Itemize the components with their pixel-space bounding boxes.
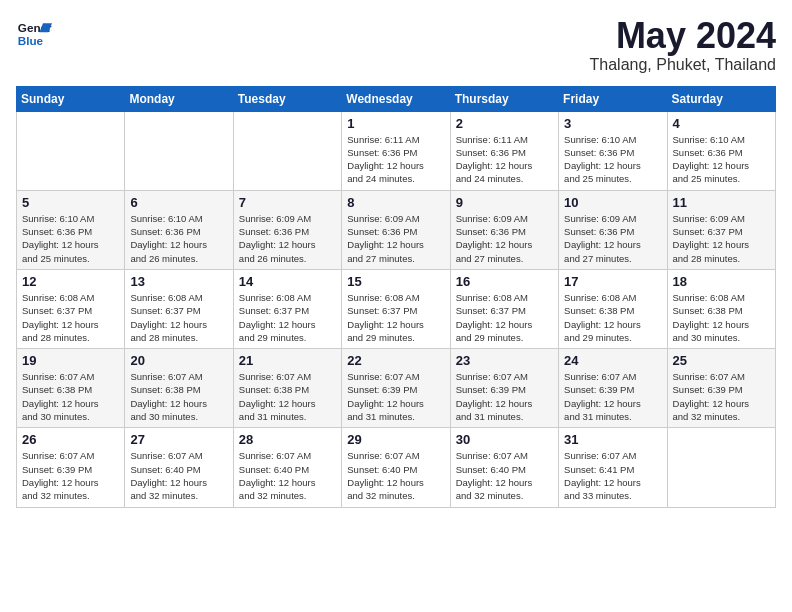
calendar-table: Sunday Monday Tuesday Wednesday Thursday… [16, 86, 776, 508]
table-row: 29Sunrise: 6:07 AM Sunset: 6:40 PM Dayli… [342, 428, 450, 507]
table-row: 14Sunrise: 6:08 AM Sunset: 6:37 PM Dayli… [233, 269, 341, 348]
day-number: 17 [564, 274, 661, 289]
day-info: Sunrise: 6:07 AM Sunset: 6:39 PM Dayligh… [564, 370, 661, 423]
day-info: Sunrise: 6:07 AM Sunset: 6:40 PM Dayligh… [456, 449, 553, 502]
table-row: 1Sunrise: 6:11 AM Sunset: 6:36 PM Daylig… [342, 111, 450, 190]
page-header: General Blue May 2024 Thalang, Phuket, T… [16, 16, 776, 74]
table-row: 11Sunrise: 6:09 AM Sunset: 6:37 PM Dayli… [667, 190, 775, 269]
day-info: Sunrise: 6:09 AM Sunset: 6:36 PM Dayligh… [347, 212, 444, 265]
table-row: 30Sunrise: 6:07 AM Sunset: 6:40 PM Dayli… [450, 428, 558, 507]
day-info: Sunrise: 6:07 AM Sunset: 6:39 PM Dayligh… [347, 370, 444, 423]
day-number: 23 [456, 353, 553, 368]
table-row: 27Sunrise: 6:07 AM Sunset: 6:40 PM Dayli… [125, 428, 233, 507]
day-info: Sunrise: 6:07 AM Sunset: 6:41 PM Dayligh… [564, 449, 661, 502]
day-info: Sunrise: 6:07 AM Sunset: 6:39 PM Dayligh… [22, 449, 119, 502]
day-number: 15 [347, 274, 444, 289]
day-info: Sunrise: 6:07 AM Sunset: 6:39 PM Dayligh… [456, 370, 553, 423]
table-row [233, 111, 341, 190]
table-row: 18Sunrise: 6:08 AM Sunset: 6:38 PM Dayli… [667, 269, 775, 348]
table-row: 2Sunrise: 6:11 AM Sunset: 6:36 PM Daylig… [450, 111, 558, 190]
day-info: Sunrise: 6:10 AM Sunset: 6:36 PM Dayligh… [564, 133, 661, 186]
day-number: 9 [456, 195, 553, 210]
day-number: 2 [456, 116, 553, 131]
header-monday: Monday [125, 86, 233, 111]
table-row: 4Sunrise: 6:10 AM Sunset: 6:36 PM Daylig… [667, 111, 775, 190]
day-number: 25 [673, 353, 770, 368]
day-number: 11 [673, 195, 770, 210]
day-number: 5 [22, 195, 119, 210]
calendar-week-row: 12Sunrise: 6:08 AM Sunset: 6:37 PM Dayli… [17, 269, 776, 348]
table-row: 25Sunrise: 6:07 AM Sunset: 6:39 PM Dayli… [667, 349, 775, 428]
day-number: 16 [456, 274, 553, 289]
day-number: 19 [22, 353, 119, 368]
day-info: Sunrise: 6:11 AM Sunset: 6:36 PM Dayligh… [347, 133, 444, 186]
table-row [125, 111, 233, 190]
day-number: 1 [347, 116, 444, 131]
day-number: 10 [564, 195, 661, 210]
table-row: 5Sunrise: 6:10 AM Sunset: 6:36 PM Daylig… [17, 190, 125, 269]
location-title: Thalang, Phuket, Thailand [590, 56, 777, 74]
day-number: 27 [130, 432, 227, 447]
table-row: 16Sunrise: 6:08 AM Sunset: 6:37 PM Dayli… [450, 269, 558, 348]
day-info: Sunrise: 6:08 AM Sunset: 6:38 PM Dayligh… [673, 291, 770, 344]
header-thursday: Thursday [450, 86, 558, 111]
table-row: 9Sunrise: 6:09 AM Sunset: 6:36 PM Daylig… [450, 190, 558, 269]
logo-icon: General Blue [16, 16, 52, 52]
table-row: 12Sunrise: 6:08 AM Sunset: 6:37 PM Dayli… [17, 269, 125, 348]
table-row [667, 428, 775, 507]
day-number: 20 [130, 353, 227, 368]
day-number: 14 [239, 274, 336, 289]
day-number: 30 [456, 432, 553, 447]
header-saturday: Saturday [667, 86, 775, 111]
day-info: Sunrise: 6:08 AM Sunset: 6:37 PM Dayligh… [130, 291, 227, 344]
day-number: 26 [22, 432, 119, 447]
table-row: 21Sunrise: 6:07 AM Sunset: 6:38 PM Dayli… [233, 349, 341, 428]
day-info: Sunrise: 6:07 AM Sunset: 6:40 PM Dayligh… [130, 449, 227, 502]
day-number: 29 [347, 432, 444, 447]
table-row [17, 111, 125, 190]
table-row: 31Sunrise: 6:07 AM Sunset: 6:41 PM Dayli… [559, 428, 667, 507]
day-info: Sunrise: 6:07 AM Sunset: 6:38 PM Dayligh… [239, 370, 336, 423]
day-number: 6 [130, 195, 227, 210]
table-row: 13Sunrise: 6:08 AM Sunset: 6:37 PM Dayli… [125, 269, 233, 348]
day-info: Sunrise: 6:11 AM Sunset: 6:36 PM Dayligh… [456, 133, 553, 186]
table-row: 22Sunrise: 6:07 AM Sunset: 6:39 PM Dayli… [342, 349, 450, 428]
month-title: May 2024 [590, 16, 777, 56]
table-row: 7Sunrise: 6:09 AM Sunset: 6:36 PM Daylig… [233, 190, 341, 269]
day-info: Sunrise: 6:08 AM Sunset: 6:37 PM Dayligh… [239, 291, 336, 344]
table-row: 24Sunrise: 6:07 AM Sunset: 6:39 PM Dayli… [559, 349, 667, 428]
day-info: Sunrise: 6:09 AM Sunset: 6:36 PM Dayligh… [564, 212, 661, 265]
header-friday: Friday [559, 86, 667, 111]
table-row: 15Sunrise: 6:08 AM Sunset: 6:37 PM Dayli… [342, 269, 450, 348]
day-number: 4 [673, 116, 770, 131]
day-number: 24 [564, 353, 661, 368]
day-info: Sunrise: 6:07 AM Sunset: 6:38 PM Dayligh… [22, 370, 119, 423]
day-number: 31 [564, 432, 661, 447]
table-row: 3Sunrise: 6:10 AM Sunset: 6:36 PM Daylig… [559, 111, 667, 190]
day-info: Sunrise: 6:10 AM Sunset: 6:36 PM Dayligh… [22, 212, 119, 265]
day-info: Sunrise: 6:09 AM Sunset: 6:36 PM Dayligh… [456, 212, 553, 265]
svg-text:Blue: Blue [18, 34, 44, 47]
day-info: Sunrise: 6:08 AM Sunset: 6:37 PM Dayligh… [22, 291, 119, 344]
day-info: Sunrise: 6:08 AM Sunset: 6:38 PM Dayligh… [564, 291, 661, 344]
header-sunday: Sunday [17, 86, 125, 111]
logo: General Blue [16, 16, 52, 52]
header-wednesday: Wednesday [342, 86, 450, 111]
table-row: 28Sunrise: 6:07 AM Sunset: 6:40 PM Dayli… [233, 428, 341, 507]
day-info: Sunrise: 6:09 AM Sunset: 6:37 PM Dayligh… [673, 212, 770, 265]
day-number: 12 [22, 274, 119, 289]
day-info: Sunrise: 6:07 AM Sunset: 6:40 PM Dayligh… [347, 449, 444, 502]
header-tuesday: Tuesday [233, 86, 341, 111]
table-row: 23Sunrise: 6:07 AM Sunset: 6:39 PM Dayli… [450, 349, 558, 428]
table-row: 19Sunrise: 6:07 AM Sunset: 6:38 PM Dayli… [17, 349, 125, 428]
table-row: 26Sunrise: 6:07 AM Sunset: 6:39 PM Dayli… [17, 428, 125, 507]
table-row: 8Sunrise: 6:09 AM Sunset: 6:36 PM Daylig… [342, 190, 450, 269]
day-info: Sunrise: 6:07 AM Sunset: 6:39 PM Dayligh… [673, 370, 770, 423]
calendar-week-row: 5Sunrise: 6:10 AM Sunset: 6:36 PM Daylig… [17, 190, 776, 269]
calendar-week-row: 26Sunrise: 6:07 AM Sunset: 6:39 PM Dayli… [17, 428, 776, 507]
day-number: 3 [564, 116, 661, 131]
day-number: 21 [239, 353, 336, 368]
weekday-header-row: Sunday Monday Tuesday Wednesday Thursday… [17, 86, 776, 111]
table-row: 20Sunrise: 6:07 AM Sunset: 6:38 PM Dayli… [125, 349, 233, 428]
day-number: 7 [239, 195, 336, 210]
